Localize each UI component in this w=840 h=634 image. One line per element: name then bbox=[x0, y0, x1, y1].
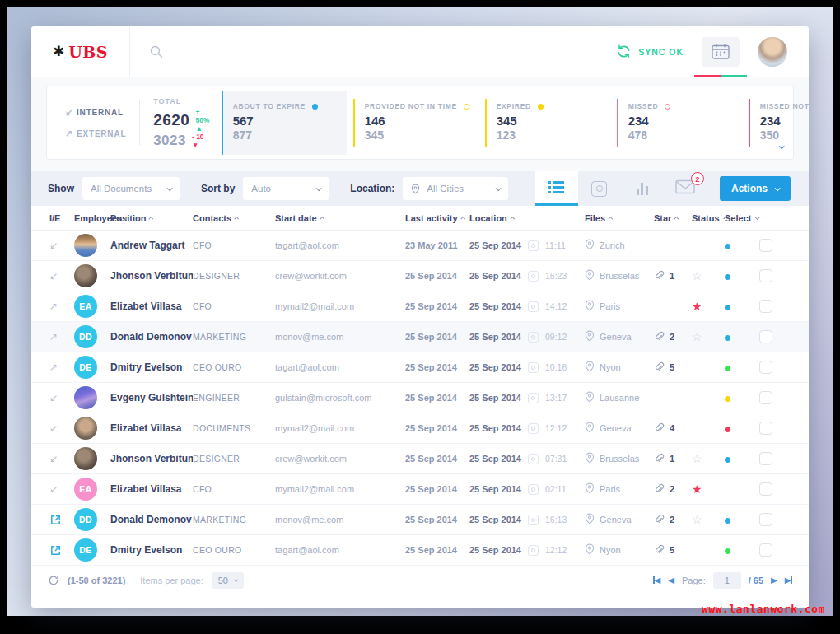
actions-button[interactable]: Actions bbox=[720, 176, 791, 201]
row-checkbox[interactable] bbox=[759, 300, 772, 313]
open-external-icon[interactable] bbox=[49, 544, 74, 557]
status-cell bbox=[725, 299, 759, 314]
column-header[interactable]: Status bbox=[692, 213, 725, 223]
star-icon[interactable]: ☆ bbox=[692, 270, 725, 282]
column-header[interactable]: Files bbox=[585, 213, 654, 223]
table-row[interactable]: ↗DDDonald DemonovMARKETINGmonov@me.com25… bbox=[31, 322, 809, 352]
files-cell[interactable]: 4 bbox=[654, 422, 692, 435]
status-dot bbox=[725, 518, 730, 524]
location-dropdown[interactable]: All Cities bbox=[403, 177, 508, 200]
list-view-tab[interactable] bbox=[535, 171, 578, 206]
star-icon[interactable]: ★ bbox=[692, 301, 725, 312]
open-external-icon[interactable] bbox=[49, 514, 74, 526]
sync-status[interactable]: SYNC OK bbox=[616, 44, 684, 58]
table-body: ↙Andrew TaggartCFOtagart@aol.com23 May 2… bbox=[31, 231, 809, 566]
column-header[interactable]: Location bbox=[469, 213, 585, 223]
avatar: DD bbox=[74, 325, 97, 348]
column-header[interactable]: Start date bbox=[275, 213, 405, 223]
next-page-button[interactable]: ▶ bbox=[771, 576, 777, 585]
last-page-button[interactable]: ▶ bbox=[785, 576, 792, 585]
internal-row[interactable]: ↙INTERNAL bbox=[65, 107, 126, 118]
row-checkbox[interactable] bbox=[759, 330, 772, 343]
table-row[interactable]: ↗EAElizabet VillasaCFOmymail2@mail.com25… bbox=[31, 291, 809, 322]
table-row[interactable]: ↙Andrew TaggartCFOtagart@aol.com23 May 2… bbox=[31, 231, 809, 261]
activity-date: 25 Sep 2014 bbox=[469, 332, 521, 342]
table-row[interactable]: ↙Jhonson VerbitumDESIGNERcrew@workit.com… bbox=[31, 261, 809, 291]
row-checkbox[interactable] bbox=[759, 482, 772, 496]
row-checkbox[interactable] bbox=[759, 452, 772, 465]
internal-arrow-icon: ↙ bbox=[49, 422, 74, 434]
files-cell[interactable]: 5 bbox=[654, 544, 692, 557]
stats-collapse-chevron[interactable] bbox=[779, 138, 783, 152]
start-date: 25 Sep 2014 bbox=[405, 393, 469, 403]
calendar-button[interactable] bbox=[702, 37, 740, 67]
files-cell[interactable]: 5 bbox=[654, 361, 692, 374]
sort-caret-icon bbox=[460, 216, 465, 221]
clock-icon bbox=[528, 332, 539, 343]
table-row[interactable]: ↙EAElizabet VillasaCFOmymail2@mail.com25… bbox=[31, 474, 809, 505]
column-header-label: Last activity bbox=[405, 213, 458, 223]
star-icon[interactable]: ☆ bbox=[692, 514, 725, 525]
table-row[interactable]: ↙Elizabet VillasaDOCUMENTSmymail2@mail.c… bbox=[31, 413, 809, 444]
row-checkbox[interactable] bbox=[759, 422, 772, 435]
table-row[interactable]: DDDonald DemonovMARKETINGmonov@me.com25 … bbox=[31, 505, 809, 535]
files-cell[interactable]: 2 bbox=[654, 331, 692, 343]
column-header[interactable]: Select bbox=[725, 213, 759, 223]
avatar: EA bbox=[74, 295, 97, 318]
external-row[interactable]: ↗EXTERNAL bbox=[65, 128, 126, 139]
location: Brusselas bbox=[585, 269, 654, 282]
refresh-icon[interactable] bbox=[48, 575, 59, 586]
files-cell[interactable]: 2 bbox=[654, 483, 692, 496]
stat-card-label: PROVIDED NOT IN TIME bbox=[365, 102, 457, 110]
table-row[interactable]: ↙Jhonson VerbitumDESIGNERcrew@workit.com… bbox=[31, 444, 809, 474]
files-cell[interactable]: 1 bbox=[654, 270, 692, 282]
page-label: Page: bbox=[682, 576, 706, 585]
row-checkbox[interactable] bbox=[759, 513, 772, 526]
row-checkbox[interactable] bbox=[759, 391, 772, 404]
stat-card[interactable]: PROVIDED NOT IN TIME146345 bbox=[353, 99, 478, 147]
stat-card[interactable]: ABOUT TO EXPIRE567877 bbox=[222, 91, 347, 155]
location-name: Nyon bbox=[600, 545, 621, 555]
star-icon[interactable]: ☆ bbox=[692, 453, 725, 464]
messages-tab[interactable]: 2 bbox=[664, 171, 707, 206]
totals-block: ↙INTERNAL ↗EXTERNAL TOTAL 2620 + 50% ▲ 3… bbox=[54, 86, 218, 159]
search-button[interactable] bbox=[150, 45, 163, 58]
column-header[interactable]: Contacts bbox=[193, 213, 275, 223]
row-checkbox[interactable] bbox=[759, 239, 772, 252]
files-cell[interactable]: 1 bbox=[654, 453, 692, 465]
chart-view-tab[interactable] bbox=[621, 171, 664, 206]
sort-dropdown[interactable]: Auto bbox=[243, 177, 329, 200]
table-row[interactable]: ↙Evgeny GulshteinENGINEERgulstain@micros… bbox=[31, 383, 809, 413]
stat-card[interactable]: MISSED234478 bbox=[617, 99, 742, 147]
page-input[interactable] bbox=[713, 572, 741, 589]
prev-page-button[interactable]: ◀ bbox=[668, 576, 674, 585]
location: Geneva bbox=[585, 422, 654, 435]
column-header[interactable]: Last activity bbox=[405, 213, 469, 223]
column-header-label: Select bbox=[725, 213, 751, 223]
column-header[interactable]: Employees bbox=[74, 213, 110, 223]
stat-card[interactable]: EXPIRED345123 bbox=[485, 99, 610, 147]
column-header[interactable]: Star bbox=[654, 213, 692, 223]
schedule-view-tab[interactable] bbox=[578, 171, 621, 206]
files-cell[interactable]: 2 bbox=[654, 514, 692, 526]
show-dropdown[interactable]: All Documents bbox=[82, 177, 180, 200]
column-header[interactable]: Position bbox=[110, 213, 193, 223]
last-activity: 25 Sep 201411:11 bbox=[469, 240, 585, 251]
user-avatar[interactable] bbox=[758, 37, 787, 67]
start-date: 25 Sep 2014 bbox=[405, 484, 469, 494]
table-row[interactable]: ↗DEDmitry EvelsonCEO OUROtagart@aol.com2… bbox=[31, 352, 809, 383]
row-checkbox[interactable] bbox=[759, 361, 772, 374]
files-count: 1 bbox=[670, 454, 674, 464]
internal-arrow-icon: ↙ bbox=[49, 483, 74, 495]
table-row[interactable]: DEDmitry EvelsonCEO OUROtagart@aol.com25… bbox=[31, 535, 809, 566]
external-arrow-icon: ↗ bbox=[49, 361, 74, 373]
row-checkbox[interactable] bbox=[759, 543, 772, 557]
row-checkbox[interactable] bbox=[759, 269, 772, 282]
status-cell bbox=[725, 390, 759, 405]
column-header[interactable]: I/E bbox=[49, 213, 74, 223]
first-page-button[interactable]: ◀ bbox=[653, 576, 660, 585]
items-per-page-dropdown[interactable]: 50 bbox=[212, 572, 244, 589]
results-range: (1-50 of 3221) bbox=[68, 576, 125, 585]
star-icon[interactable]: ☆ bbox=[692, 331, 725, 343]
star-icon[interactable]: ★ bbox=[692, 483, 725, 495]
